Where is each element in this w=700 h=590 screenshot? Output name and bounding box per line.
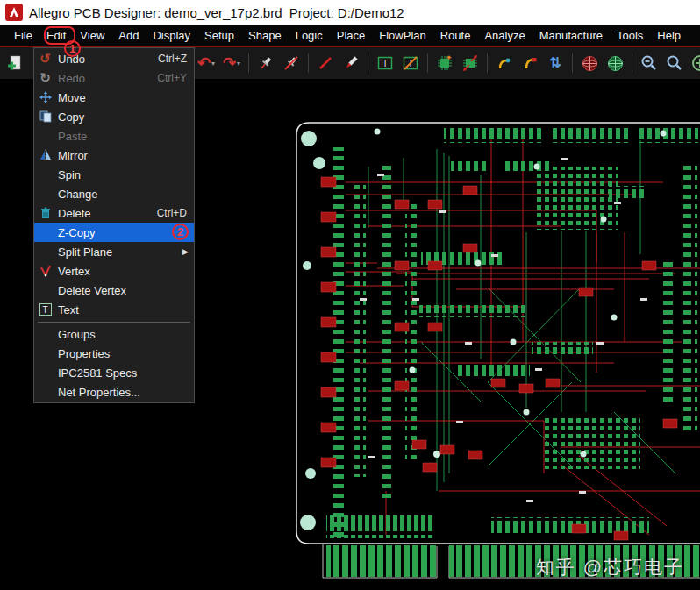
toolbar-separator (368, 53, 368, 73)
empty-icon (38, 187, 53, 201)
zoom-out-button[interactable] (638, 52, 661, 75)
menu-item-spin[interactable]: Spin (34, 165, 194, 184)
menu-add[interactable]: Add (111, 25, 146, 46)
chevron-down-icon: ▾ (211, 60, 215, 68)
menu-item-net-properties[interactable]: Net Properties... (34, 382, 194, 402)
plus-circle-icon (691, 54, 700, 72)
toolbar-separator (632, 53, 632, 73)
chip-arrows-icon (461, 54, 479, 72)
move-icon (38, 90, 53, 104)
pin-button[interactable] (254, 52, 277, 75)
red-slash-icon (317, 54, 334, 72)
vertex-icon (38, 264, 53, 278)
menu-manufacture[interactable]: Manufacture (532, 25, 610, 46)
magnifier-icon (666, 54, 683, 72)
ratsnest-red-button[interactable] (578, 52, 601, 75)
chevron-down-icon: ▾ (237, 60, 240, 68)
menu-place[interactable]: Place (330, 25, 373, 46)
svg-text:T: T (382, 59, 388, 68)
menu-analyze[interactable]: Analyze (477, 25, 532, 46)
menu-item-vertex[interactable]: Vertex (34, 261, 194, 281)
menu-display[interactable]: Display (146, 25, 197, 46)
zoom-fit-button[interactable] (663, 52, 686, 75)
menu-item-groups[interactable]: Groups (34, 324, 194, 344)
toolbar-separator (308, 53, 309, 73)
empty-icon (38, 327, 53, 341)
menu-item-ipc2581-specs[interactable]: IPC2581 Specs (34, 363, 194, 382)
new-document-button[interactable] (4, 52, 26, 75)
submenu-arrow-icon: ▶ (182, 247, 189, 256)
menu-item-redo[interactable]: ↻ Redo Ctrl+Y (34, 68, 194, 88)
toolbar-separator (248, 53, 249, 73)
menu-setup[interactable]: Setup (197, 25, 241, 46)
menu-item-paste[interactable]: Paste (34, 126, 194, 146)
menu-item-properties[interactable]: Properties (34, 344, 194, 363)
redo-arrow-icon: ↷ (223, 55, 236, 71)
pushpin-icon (257, 54, 275, 72)
ratsnest-green-button[interactable] (604, 52, 626, 75)
step-1-badge: 1 (64, 40, 81, 57)
delete-mark-button[interactable] (314, 52, 337, 75)
add-text-button[interactable]: T (374, 52, 396, 75)
menu-shape[interactable]: Shape (241, 25, 289, 46)
step-2-badge: 2 (172, 224, 189, 240)
window-title: Allegro PCB Designer: demo_ver_17p2.brd … (29, 5, 404, 20)
watermark: 知乎 @芯巧电子 (536, 555, 684, 579)
empty-icon (38, 346, 53, 360)
curve-pad-icon (521, 54, 539, 72)
menu-file[interactable]: File (7, 25, 39, 46)
trash-icon (38, 206, 53, 220)
menu-bar: File Edit View Add Display Setup Shape L… (0, 25, 700, 47)
menu-route[interactable]: Route (433, 25, 478, 46)
color-pencil-button[interactable] (339, 52, 362, 75)
menu-tools[interactable]: Tools (610, 25, 650, 46)
zoom-out-icon (640, 54, 658, 72)
toolbar-separator (427, 53, 428, 73)
title-bar: Allegro PCB Designer: demo_ver_17p2.brd … (0, 0, 700, 25)
pencil-icon (342, 54, 360, 72)
text-box-icon: T (376, 54, 394, 72)
copy-icon (38, 110, 53, 124)
red-globe-icon (581, 54, 599, 73)
empty-icon (38, 283, 53, 297)
empty-icon (38, 225, 53, 239)
menu-logic[interactable]: Logic (289, 25, 330, 46)
menu-item-delete[interactable]: Delete Ctrl+D (34, 203, 194, 223)
route-fillet-button[interactable] (493, 52, 516, 75)
swap-layers-button[interactable]: ⇅ (544, 52, 567, 75)
menu-item-text[interactable]: T Text (34, 300, 194, 319)
up-down-arrows-icon: ⇅ (549, 56, 561, 70)
chip-icon (436, 54, 454, 72)
menu-flowplan[interactable]: FlowPlan (372, 25, 432, 46)
mirror-icon (38, 148, 53, 162)
unpin-button[interactable] (280, 52, 303, 75)
menu-item-move[interactable]: Move (34, 88, 194, 107)
delete-text-button[interactable]: T (399, 52, 422, 75)
fillet-curve-icon (496, 54, 513, 72)
menu-item-delete-vertex[interactable]: Delete Vertex (34, 281, 194, 300)
empty-icon (38, 366, 53, 380)
menu-item-mirror[interactable]: Mirror (34, 146, 194, 165)
menu-item-undo[interactable]: ↺ Undo Ctrl+Z (34, 49, 194, 68)
empty-icon (38, 167, 53, 181)
doc-plus-icon (6, 54, 24, 72)
toolbar-redo-button[interactable]: ↷ ▾ (220, 52, 243, 75)
route-curve-button[interactable] (518, 52, 541, 75)
undo-icon: ↺ (38, 52, 53, 66)
menu-item-z-copy[interactable]: Z-Copy (34, 223, 194, 242)
app-icon (5, 4, 23, 21)
place-component-button[interactable] (433, 52, 456, 75)
empty-icon (38, 245, 53, 259)
menu-item-change[interactable]: Change (34, 184, 194, 203)
app-window: Allegro PCB Designer: demo_ver_17p2.brd … (0, 0, 700, 590)
menu-item-copy[interactable]: Copy (34, 107, 194, 126)
toolbar-undo-button[interactable]: ↶ ▾ (195, 52, 218, 75)
swap-component-button[interactable] (459, 52, 482, 75)
text-icon: T (38, 302, 53, 316)
menu-help[interactable]: Help (650, 25, 688, 46)
menu-item-split-plane[interactable]: Split Plane ▶ (34, 242, 194, 261)
zoom-in-button[interactable] (689, 52, 700, 75)
menu-view[interactable]: View (73, 25, 111, 46)
empty-icon (38, 129, 53, 143)
empty-icon (38, 385, 53, 399)
